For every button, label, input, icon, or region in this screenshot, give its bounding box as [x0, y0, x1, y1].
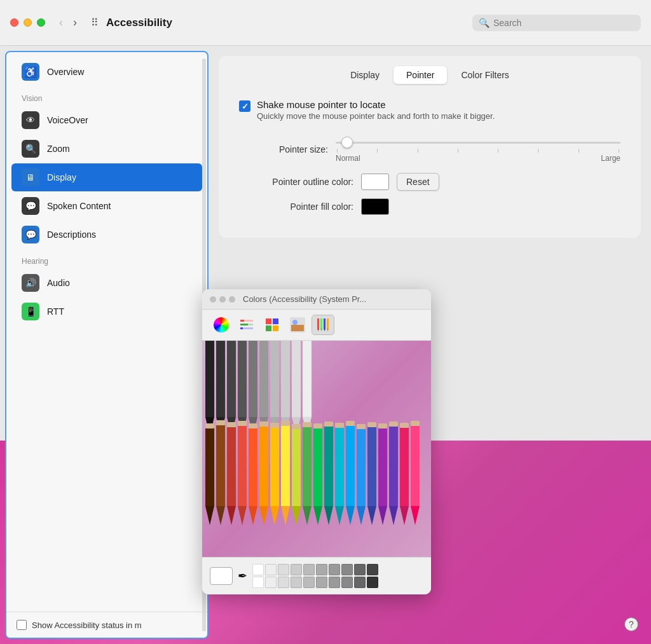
- svg-rect-62: [238, 421, 247, 426]
- tab-color-filters[interactable]: Color Filters: [448, 66, 521, 84]
- svg-marker-88: [335, 506, 344, 525]
- popup-minimize[interactable]: [219, 296, 226, 303]
- svg-rect-33: [249, 341, 257, 417]
- color-cell[interactable]: [291, 564, 302, 575]
- svg-rect-0: [240, 320, 244, 322]
- svg-rect-81: [313, 423, 322, 506]
- svg-rect-27: [227, 341, 236, 417]
- svg-marker-91: [346, 506, 355, 525]
- color-cell[interactable]: [252, 564, 264, 575]
- pointer-size-slider-container: Normal Large: [336, 136, 620, 163]
- search-input[interactable]: [493, 18, 634, 28]
- title-bar: ‹ › ⠿ Accessibility 🔍: [0, 0, 651, 46]
- sidebar-item-audio[interactable]: 🔊 Audio: [11, 269, 202, 297]
- settings-panel: Display Pointer Color Filters Shake mous…: [219, 56, 641, 238]
- svg-marker-82: [313, 506, 322, 525]
- svg-rect-36: [259, 341, 268, 417]
- color-cell[interactable]: [303, 577, 315, 588]
- color-sliders-tool[interactable]: [235, 315, 258, 335]
- image-palette-icon: [290, 317, 305, 332]
- section-header-vision: Vision: [6, 86, 207, 106]
- svg-rect-53: [205, 423, 214, 428]
- sidebar-item-zoom[interactable]: 🔍 Zoom: [11, 135, 202, 163]
- pointer-size-row: Pointer size:: [239, 136, 620, 163]
- minimize-button[interactable]: [24, 18, 32, 27]
- sidebar-item-overview[interactable]: ♿ Overview: [11, 58, 202, 86]
- sidebar-item-label: RTT: [47, 306, 64, 317]
- image-palettes-tool[interactable]: [286, 315, 309, 335]
- svg-rect-77: [292, 424, 301, 429]
- svg-rect-105: [400, 423, 409, 506]
- color-cell[interactable]: [341, 564, 353, 575]
- svg-rect-89: [335, 423, 344, 428]
- back-button[interactable]: ‹: [55, 15, 67, 31]
- tab-pointer[interactable]: Pointer: [394, 66, 447, 84]
- tick: [579, 149, 579, 153]
- popup-maximize[interactable]: [229, 296, 235, 303]
- color-cell[interactable]: [291, 577, 302, 588]
- svg-rect-39: [270, 341, 279, 417]
- color-cell[interactable]: [265, 564, 277, 575]
- color-cell[interactable]: [278, 577, 289, 588]
- color-cell[interactable]: [278, 564, 289, 575]
- color-cell[interactable]: [316, 564, 327, 575]
- eyedropper-icon[interactable]: ✒: [238, 569, 247, 583]
- color-cell[interactable]: [329, 564, 340, 575]
- traffic-lights: [10, 18, 45, 27]
- sidebar-item-descriptions[interactable]: 💬 Descriptions: [11, 221, 202, 249]
- help-button[interactable]: ?: [624, 617, 638, 631]
- voiceover-icon: 👁: [22, 111, 39, 129]
- forward-button[interactable]: ›: [69, 15, 81, 31]
- tab-display[interactable]: Display: [338, 66, 392, 84]
- section-header-hearing: Hearing: [6, 249, 207, 268]
- sliders-icon: [239, 317, 254, 332]
- color-cell[interactable]: [354, 577, 366, 588]
- svg-marker-18: [320, 329, 322, 331]
- fill-color-swatch[interactable]: [361, 198, 389, 215]
- slider-max-label: Large: [601, 154, 620, 163]
- accessibility-status-label: Show Accessibility status in m: [32, 620, 142, 630]
- color-wheel-tool[interactable]: [210, 315, 233, 335]
- sidebar-item-display[interactable]: 🖥 Display: [11, 163, 202, 191]
- color-cell[interactable]: [303, 564, 315, 575]
- color-cell[interactable]: [265, 577, 277, 588]
- tick: [458, 149, 458, 153]
- color-cell[interactable]: [252, 577, 264, 588]
- svg-rect-80: [303, 422, 312, 427]
- popup-titlebar: Colors (Accessibility (System Pr...: [202, 289, 431, 310]
- shake-checkbox[interactable]: [239, 100, 250, 112]
- grid-icon[interactable]: ⠿: [91, 17, 99, 29]
- tick: [377, 149, 378, 153]
- accessibility-status-checkbox[interactable]: [17, 620, 27, 630]
- color-cell[interactable]: [341, 577, 353, 588]
- sidebar-item-spoken-content[interactable]: 💬 Spoken Content: [11, 192, 202, 220]
- color-cell[interactable]: [354, 564, 366, 575]
- color-cell[interactable]: [329, 577, 340, 588]
- color-cell[interactable]: [367, 577, 378, 588]
- svg-marker-97: [367, 506, 376, 525]
- slider-thumb[interactable]: [341, 137, 353, 148]
- panel-content: Shake mouse pointer to locate Quickly mo…: [219, 84, 641, 238]
- svg-rect-86: [324, 421, 333, 427]
- color-cell[interactable]: [367, 564, 378, 575]
- selected-color-swatch[interactable]: [210, 567, 233, 585]
- popup-title: Colors (Accessibility (System Pr...: [243, 294, 366, 304]
- svg-rect-95: [357, 424, 366, 429]
- svg-marker-58: [227, 506, 236, 525]
- crayons-tool[interactable]: [312, 315, 334, 335]
- sidebar-item-voiceover[interactable]: 👁 VoiceOver: [11, 106, 202, 134]
- color-palettes-tool[interactable]: [261, 315, 284, 335]
- maximize-button[interactable]: [37, 18, 45, 27]
- popup-close[interactable]: [210, 296, 216, 303]
- outline-color-swatch[interactable]: [361, 174, 389, 190]
- reset-button[interactable]: Reset: [397, 173, 439, 191]
- sidebar-item-rtt[interactable]: 📱 RTT: [11, 298, 202, 325]
- shake-desc: Quickly move the mouse pointer back and …: [257, 111, 495, 121]
- svg-marker-55: [216, 506, 225, 525]
- color-cell[interactable]: [316, 577, 327, 588]
- search-box[interactable]: 🔍: [472, 15, 641, 31]
- svg-marker-20: [327, 329, 329, 331]
- close-button[interactable]: [10, 18, 18, 27]
- tabs-bar: Display Pointer Color Filters: [219, 56, 641, 84]
- pointer-size-slider-track: [336, 136, 620, 149]
